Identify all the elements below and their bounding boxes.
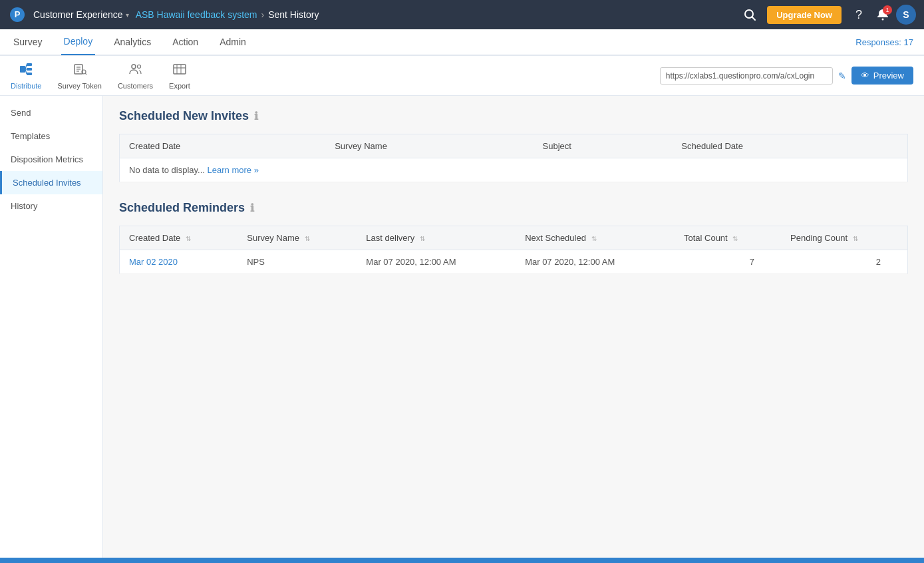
responses-count: Responses: 17 [855, 37, 913, 47]
cell-next-scheduled: Mar 07 2020, 12:00 AM [516, 250, 675, 274]
cell-total-count: 7 [675, 250, 781, 274]
upgrade-button[interactable]: Upgrade Now [767, 6, 842, 24]
sidebar-item-scheduled-invites[interactable]: Scheduled Invites [0, 171, 102, 194]
cell-survey-name: NPS [237, 250, 357, 274]
svg-point-19 [137, 65, 140, 68]
reminders-col-next-scheduled[interactable]: Next Scheduled ⇅ [516, 226, 675, 250]
scheduled-new-invites-section: Scheduled New Invites ℹ Created Date Sur… [119, 109, 908, 182]
customers-icon [128, 62, 143, 80]
sidebar-item-templates[interactable]: Templates [0, 124, 102, 148]
toolbar-customers-label: Customers [118, 82, 153, 90]
breadcrumb-current: Sent History [268, 9, 319, 20]
distribute-icon [19, 62, 33, 80]
toolbar-customers[interactable]: Customers [118, 62, 153, 90]
sidebar: Send Templates Disposition Metrics Sched… [0, 96, 103, 563]
sort-created-date-icon: ⇅ [186, 235, 191, 242]
svg-line-3 [752, 17, 756, 21]
no-data-row: No data to display... Learn more » [120, 158, 908, 182]
sort-last-delivery-icon: ⇅ [420, 235, 425, 242]
nav-analytics[interactable]: Analytics [111, 29, 154, 55]
sort-total-count-icon: ⇅ [732, 235, 738, 242]
reminders-col-survey-name[interactable]: Survey Name ⇅ [237, 226, 357, 250]
preview-button[interactable]: 👁 Preview [851, 67, 913, 85]
toolbar-distribute[interactable]: Distribute [11, 62, 41, 90]
toolbar-survey-token[interactable]: Survey Token [57, 62, 101, 90]
toolbar-export[interactable]: Export [169, 62, 190, 90]
notification-count: 1 [883, 5, 892, 15]
col-survey-name: Survey Name [325, 134, 533, 158]
svg-text:P: P [15, 9, 21, 19]
app-logo: P [8, 5, 27, 24]
toolbar: Distribute Survey Token Customers [0, 56, 924, 96]
preview-eye-icon: 👁 [861, 71, 869, 81]
svg-line-17 [85, 73, 86, 75]
col-subject: Subject [534, 134, 673, 158]
svg-point-4 [882, 19, 884, 21]
notification-btn[interactable]: 1 [876, 8, 889, 21]
svg-line-11 [25, 69, 27, 74]
breadcrumb-arrow: › [261, 9, 264, 20]
reminders-col-total-count[interactable]: Total Count ⇅ [675, 226, 781, 250]
reminders-col-created-date[interactable]: Created Date ⇅ [120, 226, 238, 250]
svg-rect-8 [27, 73, 32, 75]
scheduled-new-invites-table: Created Date Survey Name Subject Schedul… [119, 134, 908, 182]
cell-pending-count: 2 [781, 250, 907, 274]
nav-action[interactable]: Action [170, 29, 201, 55]
export-icon [172, 62, 187, 80]
sidebar-item-disposition-metrics[interactable]: Disposition Metrics [0, 148, 102, 171]
svg-line-9 [25, 65, 27, 69]
reminders-col-pending-count[interactable]: Pending Count ⇅ [781, 226, 907, 250]
help-icon-btn[interactable]: ? [848, 4, 869, 25]
scheduled-reminders-title: Scheduled Reminders ℹ [119, 201, 908, 215]
toolbar-right: ✎ 👁 Preview [660, 67, 913, 85]
search-icon-btn[interactable] [739, 4, 760, 25]
svg-rect-6 [27, 63, 32, 66]
table-row: Mar 02 2020 NPS Mar 07 2020, 12:00 AM Ma… [120, 250, 908, 274]
cell-created-date[interactable]: Mar 02 2020 [120, 250, 238, 274]
nav-admin[interactable]: Admin [217, 29, 249, 55]
second-nav: Survey Deploy Analytics Action Admin Res… [0, 29, 924, 56]
toolbar-export-label: Export [169, 82, 190, 90]
sidebar-item-send[interactable]: Send [0, 101, 102, 124]
scheduled-reminders-section: Scheduled Reminders ℹ Created Date ⇅ Sur… [119, 201, 908, 274]
reminders-col-last-delivery[interactable]: Last delivery ⇅ [357, 226, 516, 250]
app-name[interactable]: Customer Experience ▾ [33, 9, 129, 20]
nav-survey[interactable]: Survey [11, 29, 45, 55]
main-layout: Send Templates Disposition Metrics Sched… [0, 96, 924, 563]
content-area: Scheduled New Invites ℹ Created Date Sur… [103, 96, 924, 563]
no-data-cell: No data to display... Learn more » [120, 158, 908, 182]
sidebar-item-history[interactable]: History [0, 194, 102, 218]
survey-url-input[interactable] [660, 67, 833, 85]
svg-rect-5 [20, 66, 25, 73]
bottom-bar [0, 558, 924, 563]
learn-more-link[interactable]: Learn more » [208, 165, 259, 175]
top-bar-right: Upgrade Now ? 1 S [739, 4, 916, 25]
scheduled-reminders-table: Created Date ⇅ Survey Name ⇅ Last delive… [119, 226, 908, 274]
svg-rect-7 [27, 68, 32, 71]
svg-rect-20 [174, 65, 186, 74]
toolbar-survey-token-label: Survey Token [57, 82, 101, 90]
scheduled-new-invites-help-icon[interactable]: ℹ [254, 110, 258, 122]
user-avatar[interactable]: S [896, 5, 916, 25]
sort-pending-count-icon: ⇅ [853, 235, 858, 242]
toolbar-distribute-label: Distribute [11, 82, 41, 90]
scheduled-reminders-help-icon[interactable]: ℹ [250, 202, 254, 214]
edit-url-icon[interactable]: ✎ [838, 71, 846, 81]
scheduled-new-invites-title: Scheduled New Invites ℹ [119, 109, 908, 123]
sort-survey-name-icon: ⇅ [305, 235, 310, 242]
survey-token-icon [73, 62, 87, 80]
cell-last-delivery: Mar 07 2020, 12:00 AM [357, 250, 516, 274]
breadcrumb-project[interactable]: ASB Hawaii feedback system [136, 9, 257, 20]
app-name-chevron: ▾ [126, 11, 129, 19]
col-scheduled-date: Scheduled Date [672, 134, 907, 158]
sort-next-scheduled-icon: ⇅ [591, 235, 597, 242]
col-created-date: Created Date [120, 134, 326, 158]
nav-deploy[interactable]: Deploy [61, 29, 96, 55]
top-bar: P Customer Experience ▾ ASB Hawaii feedb… [0, 0, 924, 29]
svg-point-18 [132, 65, 136, 69]
breadcrumb: ASB Hawaii feedback system › Sent Histor… [136, 9, 319, 20]
